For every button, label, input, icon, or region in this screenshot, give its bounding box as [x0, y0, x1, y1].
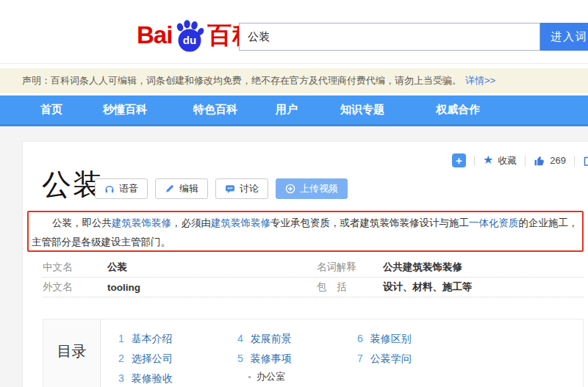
info-label: 中文名 [43, 261, 107, 274]
info-label: 名词解释 [317, 261, 383, 274]
toc-item[interactable]: 6 装修区别 [357, 329, 583, 349]
enter-entry-button[interactable]: 进入词条 [540, 23, 588, 51]
toc-num: 3 [118, 369, 124, 387]
toc-link: 发展前景 [251, 329, 292, 349]
nav-item-topics[interactable]: 知识专题 [340, 103, 384, 117]
toc-num: 6 [357, 329, 363, 349]
toc-content: 1 基本介绍 2 选择公司 3 装修验收 4 发展前景 [101, 319, 583, 387]
like-button[interactable]: 269 [534, 155, 566, 167]
info-row: 外文名 tooling [43, 278, 317, 297]
like-count: 269 [550, 155, 566, 166]
info-row: 包 括 设计、材料、施工等 [317, 278, 584, 297]
toc-column: 1 基本介绍 2 选择公司 3 装修验收 [118, 329, 237, 387]
star-icon: ★ [483, 154, 493, 166]
info-value: tooling [107, 282, 140, 293]
favorite-button[interactable]: ★ 收藏 [483, 154, 517, 167]
toc-link: 装修区别 [370, 329, 412, 349]
toc-column: 6 装修区别 7 公装学问 [357, 329, 583, 387]
info-label: 包 括 [317, 281, 383, 294]
toc-link: 基本介绍 [132, 329, 173, 349]
discuss-label: 讨论 [240, 182, 259, 195]
page-background: + ★ 收藏 269 4 [0, 126, 588, 387]
toc-num: 4 [237, 329, 243, 349]
summary-link[interactable]: 一体化资质 [469, 217, 519, 228]
headphones-icon [104, 184, 115, 194]
share-button[interactable]: 4 [583, 155, 588, 167]
summary-segment: 专业承包资质，或者建筑装饰装修设计与施工 [270, 217, 469, 228]
nav-item-authority[interactable]: 权威合作 [436, 103, 480, 117]
thumbs-up-icon [534, 155, 545, 167]
toc-link: 选择公司 [132, 349, 173, 369]
info-label: 外文名 [43, 281, 107, 294]
discuss-button[interactable]: 讨论 [215, 178, 268, 199]
nav-item-featured[interactable]: 特色百科 [193, 103, 237, 117]
toc-num: 2 [118, 349, 124, 369]
disclaimer-details-link[interactable]: 详情>> [465, 74, 495, 87]
summary-segment: ，必须由 [171, 217, 211, 228]
title-buttons: 语音 编辑 讨论 [95, 178, 348, 199]
share-icon [583, 155, 588, 167]
favorite-label: 收藏 [498, 154, 517, 167]
edit-label: 编辑 [179, 182, 198, 195]
toc-num: 7 [357, 349, 363, 369]
svg-text:du: du [183, 34, 196, 46]
comment-icon [225, 184, 235, 194]
site-header: Bai du 百科 进入词条 [0, 0, 588, 68]
toc-item[interactable]: 2 选择公司 [118, 349, 237, 369]
disclaimer-text: 声明：百科词条人人可编辑，词条创建和修改均免费，绝不存在官方及代理商付费代编，请… [22, 74, 462, 87]
nav-item-users[interactable]: 用户 [276, 103, 298, 117]
toc-item[interactable]: 5 装修事项 [237, 349, 357, 369]
toc-link: 公装学问 [370, 349, 412, 369]
nav-item-miaodong[interactable]: 秒懂百科 [103, 103, 147, 117]
toc-item[interactable]: 7 公装学问 [357, 349, 583, 369]
baidu-paw-icon: du [173, 19, 207, 53]
info-value: 公装 [107, 261, 127, 274]
toc-num: 1 [118, 329, 124, 349]
summary-link[interactable]: 建筑装饰装修 [211, 217, 270, 228]
toc: 目录 1 基本介绍 2 选择公司 3 装修验收 [43, 319, 584, 387]
toc-item[interactable]: 1 基本介绍 [118, 329, 237, 349]
toc-title: 目录 [43, 319, 101, 387]
pencil-icon [165, 184, 175, 194]
summary-paragraph: 公装，即公共建筑装饰装修，必须由建筑装饰装修专业承包资质，或者建筑装饰装修设计与… [32, 214, 581, 252]
nav-bar: 首页 秒懂百科 特色百科 用户 知识专题 权威合作 [0, 95, 588, 126]
info-row: 名词解释 公共建筑装饰装修 [317, 258, 584, 278]
baike-search-input[interactable] [239, 23, 540, 51]
toc-sub-label: 办公室 [257, 369, 285, 385]
info-value: 公共建筑装饰装修 [383, 261, 462, 274]
entry-action-bar: + ★ 收藏 269 4 [452, 153, 588, 167]
infobox: 中文名 公装 名词解释 公共建筑装饰装修 外文名 tooling 包 括 设计、… [43, 258, 584, 297]
toc-item[interactable]: 4 发展前景 [237, 329, 357, 349]
divider [525, 156, 526, 166]
nav-item-home[interactable]: 首页 [40, 103, 62, 117]
divider [574, 156, 575, 166]
voice-button[interactable]: 语音 [95, 178, 148, 199]
edit-button[interactable]: 编辑 [155, 178, 208, 199]
header-divider [0, 63, 588, 64]
toc-link: 装修事项 [251, 349, 292, 369]
disclaimer-bar: 声明：百科词条人人可编辑，词条创建和修改均免费，绝不存在官方及代理商付费代编，请… [0, 68, 588, 93]
toc-sub-item[interactable]: 办公室 [237, 369, 357, 385]
logo-text-bai: Bai [137, 21, 172, 50]
divider [474, 156, 475, 166]
info-value: 设计、材料、施工等 [383, 281, 473, 294]
plus-circle-icon [285, 184, 295, 194]
summary-link[interactable]: 建筑装饰装修 [112, 217, 171, 228]
toc-num: 5 [237, 349, 243, 369]
content-card: + ★ 收藏 269 4 [22, 141, 588, 387]
summary-segment: 公装，即公共 [52, 217, 112, 228]
upload-video-label: 上传视频 [300, 182, 338, 195]
toc-link: 装修验收 [132, 369, 173, 387]
upload-video-button[interactable]: 上传视频 [276, 178, 348, 199]
toc-column: 4 发展前景 5 装修事项 办公室 酒店 [237, 329, 357, 387]
voice-label: 语音 [119, 182, 138, 195]
info-row: 中文名 公装 [43, 258, 317, 278]
toc-item[interactable]: 3 装修验收 [118, 369, 237, 387]
collect-plus-icon[interactable]: + [452, 153, 466, 167]
bullet-icon [248, 376, 251, 378]
